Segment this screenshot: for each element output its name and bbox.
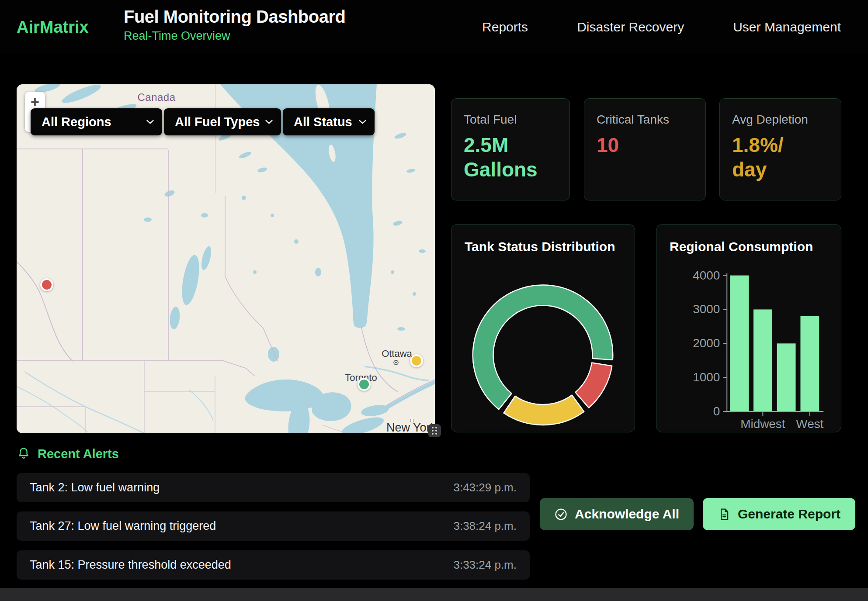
title-block: Fuel Monitoring Dashboard Real-Time Over… [124,7,345,43]
alerts-header: Recent Alerts [17,446,119,461]
alerts-title: Recent Alerts [38,447,119,461]
stat-card-avg-depletion: Avg Depletion 1.8%/day [719,98,841,200]
stat-value-total-fuel: 2.5MGallons [464,133,557,182]
map-attribution-grip-icon[interactable] [428,424,441,437]
tank-status-donut-chart [451,225,635,432]
bar-West [800,316,819,411]
chevron-down-icon [146,120,154,124]
donut-segment-red [575,363,612,408]
regional-consumption-chart-card: Regional Consumption 01000200030004000Mi… [656,224,841,432]
window-bottom-bar [0,588,868,601]
capital-city-dot-icon [393,359,399,366]
nav-item-disaster-recovery[interactable]: Disaster Recovery [577,20,684,35]
page-subtitle: Real-Time Overview [124,29,345,43]
bar-y-tick-label: 0 [713,404,720,418]
stat-card-total-fuel: Total Fuel 2.5MGallons [451,98,570,200]
check-circle-icon [554,508,568,521]
alert-timestamp: 3:38:24 p.m. [453,519,517,533]
alert-text: Tank 2: Low fuel warning [30,481,160,494]
bar-axes [727,273,823,412]
alert-text: Tank 15: Pressure threshold exceeded [30,558,231,572]
bar-y-tick-label: 3000 [693,302,720,316]
generate-report-button[interactable]: Generate Report [703,498,855,530]
alert-row[interactable]: Tank 2: Low fuel warning 3:43:29 p.m. [17,473,530,502]
bar-y-tick-label: 2000 [693,336,720,350]
map[interactable]: Canada OttawaTorontoNew York + All Regio… [17,84,435,433]
donut-chart-title: Tank Status Distribution [465,239,615,254]
acknowledge-all-button[interactable]: Acknowledge All [540,498,694,530]
status-filter-dropdown[interactable]: All Status [283,108,375,135]
map-marker-warning[interactable] [410,354,423,367]
map-city-label-ottawa: Ottawa [382,348,412,359]
region-filter-value: All Regions [31,115,111,129]
app-header: AirMatrix Fuel Monitoring Dashboard Real… [0,0,868,54]
regional-consumption-bar-chart: 01000200030004000MidwestWest [656,225,841,432]
stat-card-critical-tanks: Critical Tanks 10 [584,98,706,200]
fuel-type-filter-dropdown[interactable]: All Fuel Types [164,108,281,135]
bar-x-tick-label: West [796,417,823,431]
chevron-down-icon [359,120,366,124]
alert-timestamp: 3:43:29 p.m. [453,481,517,494]
document-icon [718,508,731,521]
region-filter-dropdown[interactable]: All Regions [31,108,162,135]
stat-label: Avg Depletion [732,113,829,127]
donut-segment-yellow [503,395,584,425]
fuel-type-filter-value: All Fuel Types [164,115,260,129]
bar-y-tick-label: 1000 [693,370,720,384]
stat-label: Critical Tanks [597,113,693,127]
bar-region-3 [777,343,796,411]
map-marker-critical[interactable] [40,278,53,291]
acknowledge-all-label: Acknowledge All [575,507,679,522]
bar-region-1 [730,276,749,412]
bar-x-tick-label: Midwest [740,417,785,431]
app-window: AirMatrix Fuel Monitoring Dashboard Real… [0,0,868,601]
stat-value-avg-depletion: 1.8%/day [732,133,829,182]
alert-timestamp: 3:33:24 p.m. [453,558,517,572]
bell-icon [17,446,31,461]
bar-y-tick-label: 4000 [693,269,720,282]
tank-status-chart-card: Tank Status Distribution [451,224,635,432]
generate-report-label: Generate Report [738,507,840,522]
map-marker-layer: OttawaTorontoNew York [17,84,435,433]
map-marker-normal[interactable] [358,378,371,391]
nav-item-reports[interactable]: Reports [482,20,528,35]
nav-item-user-management[interactable]: User Management [733,20,841,35]
stat-value-critical-tanks: 10 [597,133,693,157]
page-title: Fuel Monitoring Dashboard [124,7,345,27]
alert-row[interactable]: Tank 27: Low fuel warning triggered 3:38… [17,511,530,541]
town-dot-icon [410,419,414,422]
bar-chart-title: Regional Consumption [670,239,813,254]
chevron-down-icon [265,120,273,124]
brand-logo[interactable]: AirMatrix [17,17,89,36]
bar-Midwest [753,309,772,411]
status-filter-value: All Status [283,115,352,129]
donut-segment-green [473,285,613,409]
alert-text: Tank 27: Low fuel warning triggered [30,519,216,533]
alert-row[interactable]: Tank 15: Pressure threshold exceeded 3:3… [17,550,530,580]
stat-label: Total Fuel [464,113,557,127]
main-nav: Reports Disaster Recovery User Managemen… [482,0,841,54]
